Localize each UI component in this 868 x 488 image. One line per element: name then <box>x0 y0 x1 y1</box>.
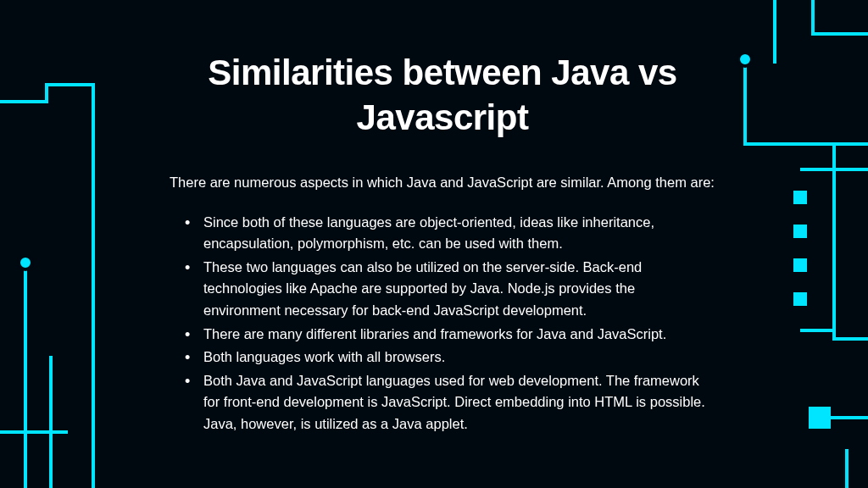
list-item: Both Java and JavaScript languages used … <box>203 370 715 435</box>
intro-text: There are numerous aspects in which Java… <box>170 172 715 193</box>
list-item: There are many different libraries and f… <box>203 324 715 346</box>
list-item: Both languages work with all browsers. <box>203 347 715 369</box>
list-item: These two languages can also be utilized… <box>203 257 715 322</box>
page-title: Similarities between Java vs Javascript <box>170 51 715 140</box>
list-item: Since both of these languages are object… <box>203 212 715 255</box>
bullet-list: Since both of these languages are object… <box>170 212 715 435</box>
slide-content: Similarities between Java vs Javascript … <box>0 0 868 470</box>
